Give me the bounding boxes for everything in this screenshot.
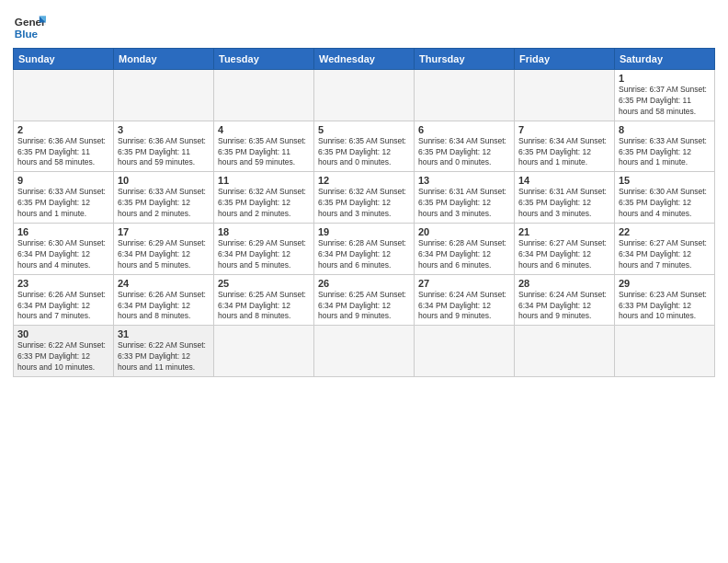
calendar-cell bbox=[415, 70, 515, 121]
calendar-cell: 5Sunrise: 6:35 AM Sunset: 6:35 PM Daylig… bbox=[314, 121, 415, 172]
day-number: 29 bbox=[619, 278, 711, 289]
calendar-cell: 17Sunrise: 6:29 AM Sunset: 6:34 PM Dayli… bbox=[114, 224, 214, 275]
calendar-cell: 31Sunrise: 6:22 AM Sunset: 6:33 PM Dayli… bbox=[114, 326, 214, 377]
calendar-cell: 4Sunrise: 6:35 AM Sunset: 6:35 PM Daylig… bbox=[214, 121, 314, 172]
day-info: Sunrise: 6:25 AM Sunset: 6:34 PM Dayligh… bbox=[318, 290, 410, 323]
day-info: Sunrise: 6:26 AM Sunset: 6:34 PM Dayligh… bbox=[17, 290, 109, 323]
day-number: 13 bbox=[418, 175, 510, 186]
calendar-cell bbox=[615, 326, 715, 377]
calendar-header-row: SundayMondayTuesdayWednesdayThursdayFrid… bbox=[14, 49, 715, 70]
day-info: Sunrise: 6:35 AM Sunset: 6:35 PM Dayligh… bbox=[218, 136, 310, 169]
day-number: 19 bbox=[318, 226, 410, 237]
calendar-cell bbox=[515, 70, 615, 121]
day-number: 22 bbox=[619, 226, 711, 237]
calendar-week-2: 2Sunrise: 6:36 AM Sunset: 6:35 PM Daylig… bbox=[14, 121, 715, 172]
calendar-cell: 25Sunrise: 6:25 AM Sunset: 6:34 PM Dayli… bbox=[214, 274, 314, 326]
day-number: 30 bbox=[17, 328, 109, 339]
day-info: Sunrise: 6:22 AM Sunset: 6:33 PM Dayligh… bbox=[118, 340, 210, 373]
svg-text:Blue: Blue bbox=[15, 28, 39, 40]
day-info: Sunrise: 6:34 AM Sunset: 6:35 PM Dayligh… bbox=[418, 136, 510, 169]
day-info: Sunrise: 6:29 AM Sunset: 6:34 PM Dayligh… bbox=[118, 238, 210, 271]
day-number: 1 bbox=[619, 73, 711, 84]
calendar-cell: 22Sunrise: 6:27 AM Sunset: 6:34 PM Dayli… bbox=[615, 224, 715, 275]
day-info: Sunrise: 6:24 AM Sunset: 6:34 PM Dayligh… bbox=[518, 290, 610, 323]
calendar-week-1: 1Sunrise: 6:37 AM Sunset: 6:35 PM Daylig… bbox=[14, 70, 715, 121]
day-number: 8 bbox=[619, 124, 711, 135]
calendar-week-5: 23Sunrise: 6:26 AM Sunset: 6:34 PM Dayli… bbox=[14, 274, 715, 326]
calendar-cell: 9Sunrise: 6:33 AM Sunset: 6:35 PM Daylig… bbox=[14, 172, 114, 224]
calendar-cell: 13Sunrise: 6:31 AM Sunset: 6:35 PM Dayli… bbox=[415, 172, 515, 224]
day-info: Sunrise: 6:24 AM Sunset: 6:34 PM Dayligh… bbox=[418, 290, 510, 323]
day-info: Sunrise: 6:36 AM Sunset: 6:35 PM Dayligh… bbox=[118, 136, 210, 169]
day-number: 12 bbox=[318, 175, 410, 186]
day-info: Sunrise: 6:33 AM Sunset: 6:35 PM Dayligh… bbox=[17, 187, 109, 220]
calendar-cell: 20Sunrise: 6:28 AM Sunset: 6:34 PM Dayli… bbox=[415, 224, 515, 275]
day-info: Sunrise: 6:36 AM Sunset: 6:35 PM Dayligh… bbox=[17, 136, 109, 169]
day-info: Sunrise: 6:37 AM Sunset: 6:35 PM Dayligh… bbox=[619, 85, 711, 118]
calendar-cell: 11Sunrise: 6:32 AM Sunset: 6:35 PM Dayli… bbox=[214, 172, 314, 224]
day-number: 21 bbox=[518, 226, 610, 237]
calendar-cell: 2Sunrise: 6:36 AM Sunset: 6:35 PM Daylig… bbox=[14, 121, 114, 172]
calendar-cell: 28Sunrise: 6:24 AM Sunset: 6:34 PM Dayli… bbox=[515, 274, 615, 326]
calendar-cell bbox=[214, 326, 314, 377]
day-number: 20 bbox=[418, 226, 510, 237]
calendar-cell: 29Sunrise: 6:23 AM Sunset: 6:33 PM Dayli… bbox=[615, 274, 715, 326]
col-header-sunday: Sunday bbox=[14, 49, 114, 70]
day-info: Sunrise: 6:34 AM Sunset: 6:35 PM Dayligh… bbox=[518, 136, 610, 169]
calendar-cell: 21Sunrise: 6:27 AM Sunset: 6:34 PM Dayli… bbox=[515, 224, 615, 275]
day-number: 25 bbox=[218, 278, 310, 289]
col-header-saturday: Saturday bbox=[615, 49, 715, 70]
day-info: Sunrise: 6:29 AM Sunset: 6:34 PM Dayligh… bbox=[218, 238, 310, 271]
day-number: 11 bbox=[218, 175, 310, 186]
day-number: 16 bbox=[17, 226, 109, 237]
day-number: 7 bbox=[518, 124, 610, 135]
calendar-cell: 27Sunrise: 6:24 AM Sunset: 6:34 PM Dayli… bbox=[415, 274, 515, 326]
calendar-week-3: 9Sunrise: 6:33 AM Sunset: 6:35 PM Daylig… bbox=[14, 172, 715, 224]
calendar-cell: 19Sunrise: 6:28 AM Sunset: 6:34 PM Dayli… bbox=[314, 224, 415, 275]
day-number: 9 bbox=[17, 175, 109, 186]
day-number: 18 bbox=[218, 226, 310, 237]
calendar-cell: 16Sunrise: 6:30 AM Sunset: 6:34 PM Dayli… bbox=[14, 224, 114, 275]
calendar-cell: 14Sunrise: 6:31 AM Sunset: 6:35 PM Dayli… bbox=[515, 172, 615, 224]
day-info: Sunrise: 6:31 AM Sunset: 6:35 PM Dayligh… bbox=[518, 187, 610, 220]
col-header-monday: Monday bbox=[114, 49, 214, 70]
day-info: Sunrise: 6:32 AM Sunset: 6:35 PM Dayligh… bbox=[218, 187, 310, 220]
calendar-week-4: 16Sunrise: 6:30 AM Sunset: 6:34 PM Dayli… bbox=[14, 224, 715, 275]
col-header-tuesday: Tuesday bbox=[214, 49, 314, 70]
calendar-cell: 12Sunrise: 6:32 AM Sunset: 6:35 PM Dayli… bbox=[314, 172, 415, 224]
calendar-cell: 26Sunrise: 6:25 AM Sunset: 6:34 PM Dayli… bbox=[314, 274, 415, 326]
day-number: 27 bbox=[418, 278, 510, 289]
calendar-cell: 15Sunrise: 6:30 AM Sunset: 6:35 PM Dayli… bbox=[615, 172, 715, 224]
day-info: Sunrise: 6:30 AM Sunset: 6:34 PM Dayligh… bbox=[17, 238, 109, 271]
day-number: 28 bbox=[518, 278, 610, 289]
calendar-cell: 18Sunrise: 6:29 AM Sunset: 6:34 PM Dayli… bbox=[214, 224, 314, 275]
calendar-cell bbox=[515, 326, 615, 377]
day-info: Sunrise: 6:35 AM Sunset: 6:35 PM Dayligh… bbox=[318, 136, 410, 169]
day-info: Sunrise: 6:25 AM Sunset: 6:34 PM Dayligh… bbox=[218, 290, 310, 323]
day-number: 23 bbox=[17, 278, 109, 289]
day-info: Sunrise: 6:22 AM Sunset: 6:33 PM Dayligh… bbox=[17, 340, 109, 373]
calendar-cell: 8Sunrise: 6:33 AM Sunset: 6:35 PM Daylig… bbox=[615, 121, 715, 172]
calendar: SundayMondayTuesdayWednesdayThursdayFrid… bbox=[13, 48, 715, 377]
day-info: Sunrise: 6:30 AM Sunset: 6:35 PM Dayligh… bbox=[619, 187, 711, 220]
col-header-thursday: Thursday bbox=[415, 49, 515, 70]
day-info: Sunrise: 6:33 AM Sunset: 6:35 PM Dayligh… bbox=[619, 136, 711, 169]
day-number: 3 bbox=[118, 124, 210, 135]
calendar-cell bbox=[14, 70, 114, 121]
day-number: 24 bbox=[118, 278, 210, 289]
day-number: 17 bbox=[118, 226, 210, 237]
day-info: Sunrise: 6:33 AM Sunset: 6:35 PM Dayligh… bbox=[118, 187, 210, 220]
logo: General Blue bbox=[13, 9, 46, 42]
day-number: 10 bbox=[118, 175, 210, 186]
day-number: 15 bbox=[619, 175, 711, 186]
calendar-cell: 1Sunrise: 6:37 AM Sunset: 6:35 PM Daylig… bbox=[615, 70, 715, 121]
day-info: Sunrise: 6:28 AM Sunset: 6:34 PM Dayligh… bbox=[318, 238, 410, 271]
calendar-cell bbox=[415, 326, 515, 377]
calendar-cell: 24Sunrise: 6:26 AM Sunset: 6:34 PM Dayli… bbox=[114, 274, 214, 326]
day-info: Sunrise: 6:31 AM Sunset: 6:35 PM Dayligh… bbox=[418, 187, 510, 220]
calendar-week-6: 30Sunrise: 6:22 AM Sunset: 6:33 PM Dayli… bbox=[14, 326, 715, 377]
day-info: Sunrise: 6:28 AM Sunset: 6:34 PM Dayligh… bbox=[418, 238, 510, 271]
logo-icon: General Blue bbox=[13, 9, 46, 42]
col-header-friday: Friday bbox=[515, 49, 615, 70]
day-number: 2 bbox=[17, 124, 109, 135]
